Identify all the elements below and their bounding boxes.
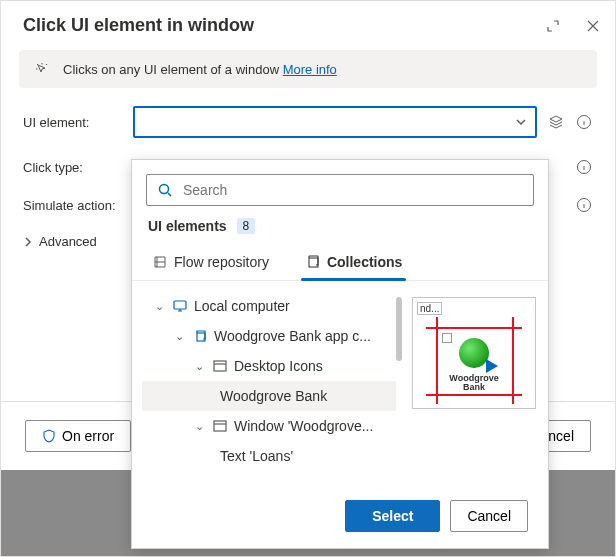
tree-node-local-computer[interactable]: ⌄ Local computer	[142, 291, 396, 321]
info-icon[interactable]	[575, 196, 593, 214]
tree-node-woodgrove-bank[interactable]: Woodgrove Bank	[142, 381, 396, 411]
chevron-right-icon	[23, 237, 33, 247]
select-button[interactable]: Select	[345, 500, 440, 532]
tree: ⌄ Local computer ⌄ Woodgrove Bank app c.…	[142, 291, 396, 484]
info-icon[interactable]	[575, 158, 593, 176]
preview-clip-label: nd...	[417, 302, 442, 315]
count-badge: 8	[237, 218, 256, 234]
collections-icon	[305, 254, 321, 270]
tree-node-app-collection[interactable]: ⌄ Woodgrove Bank app c...	[142, 321, 396, 351]
tree-node-window-woodgrove[interactable]: ⌄ Window 'Woodgrove...	[142, 411, 396, 441]
repository-icon	[152, 254, 168, 270]
svg-rect-7	[214, 361, 226, 371]
dropdown-cancel-button[interactable]: Cancel	[450, 500, 528, 532]
info-text: Clicks on any UI element of a window Mor…	[63, 62, 337, 77]
tree-label: Text 'Loans'	[220, 448, 293, 464]
window-icon	[212, 358, 228, 374]
chevron-down-icon[interactable]: ⌄	[152, 300, 166, 313]
ui-element-label: UI element:	[23, 115, 133, 130]
dialog-title: Click UI element in window	[23, 15, 254, 36]
info-banner: Clicks on any UI element of a window Mor…	[19, 50, 597, 88]
more-info-link[interactable]: More info	[283, 62, 337, 77]
preview-thumbnail: WoodgroveBank	[426, 317, 522, 404]
tree-label: Woodgrove Bank app c...	[214, 328, 371, 344]
ui-element-picker: UI elements 8 Flow repository Collection…	[131, 159, 549, 549]
ui-element-select[interactable]	[133, 106, 537, 138]
tree-label: Woodgrove Bank	[220, 388, 327, 404]
window-icon	[212, 418, 228, 434]
svg-rect-6	[197, 333, 205, 341]
expand-icon[interactable]	[545, 18, 561, 34]
tree-node-desktop-icons[interactable]: ⌄ Desktop Icons	[142, 351, 396, 381]
search-icon	[157, 182, 173, 198]
shield-icon	[42, 429, 56, 443]
svg-point-3	[160, 185, 169, 194]
chevron-down-icon	[515, 116, 527, 128]
svg-rect-8	[214, 421, 226, 431]
close-icon[interactable]	[585, 18, 601, 34]
tree-node-text-loans[interactable]: Text 'Loans'	[142, 441, 396, 471]
search-input[interactable]	[183, 182, 523, 198]
preview-pane: nd... WoodgroveBank	[412, 297, 536, 409]
info-icon[interactable]	[575, 113, 593, 131]
tree-label: Window 'Woodgrove...	[234, 418, 373, 434]
copy-icon	[192, 328, 208, 344]
simulate-action-label: Simulate action:	[23, 198, 133, 213]
scrollbar[interactable]	[396, 297, 402, 361]
svg-rect-4	[309, 258, 318, 267]
search-input-wrapper[interactable]	[146, 174, 534, 206]
tab-flow-repository[interactable]: Flow repository	[148, 246, 273, 280]
tree-label: Desktop Icons	[234, 358, 323, 374]
cursor-click-icon	[33, 60, 51, 78]
monitor-icon	[172, 298, 188, 314]
chevron-down-icon[interactable]: ⌄	[192, 420, 206, 433]
svg-rect-5	[174, 301, 186, 309]
section-title: UI elements	[148, 218, 227, 234]
click-type-label: Click type:	[23, 160, 133, 175]
tree-label: Local computer	[194, 298, 290, 314]
chevron-down-icon[interactable]: ⌄	[172, 330, 186, 343]
on-error-button[interactable]: On error	[25, 420, 131, 452]
tab-collections[interactable]: Collections	[301, 246, 406, 280]
chevron-down-icon[interactable]: ⌄	[192, 360, 206, 373]
layers-icon[interactable]	[547, 113, 565, 131]
